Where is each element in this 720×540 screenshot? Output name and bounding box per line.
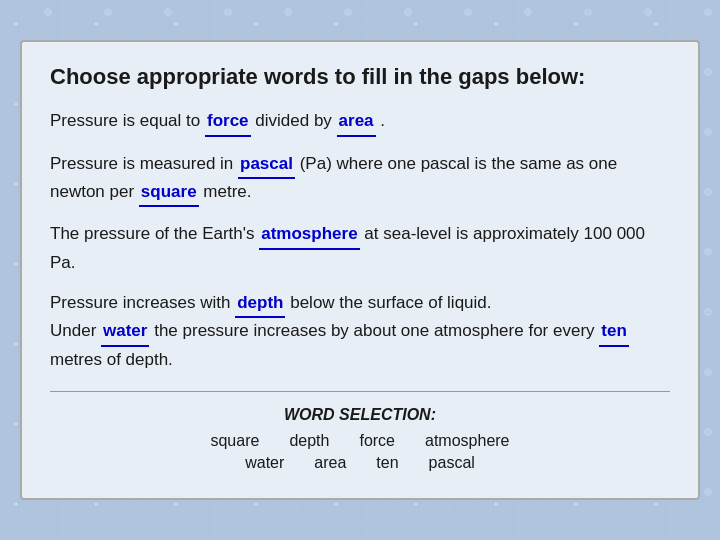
p4-line1-after: below the surface of liquid. xyxy=(290,293,491,312)
card-title: Choose appropriate words to fill in the … xyxy=(50,64,670,90)
word-row-2: water area ten pascal xyxy=(50,454,670,472)
paragraph-2: Pressure is measured in pascal (Pa) wher… xyxy=(50,151,670,208)
word-row-1: square depth force atmosphere xyxy=(50,432,670,450)
paragraph-4: Pressure increases with depth below the … xyxy=(50,290,670,373)
p1-word2: area xyxy=(337,108,376,136)
p2-word1: pascal xyxy=(238,151,295,179)
p1-text-before1: Pressure is equal to xyxy=(50,111,205,130)
p1-word1: force xyxy=(205,108,251,136)
p2-text-before1: Pressure is measured in xyxy=(50,154,238,173)
p4-line1-before1: Pressure increases with xyxy=(50,293,235,312)
paragraph-3: The pressure of the Earth's atmosphere a… xyxy=(50,221,670,276)
p3-text-before1: The pressure of the Earth's xyxy=(50,224,259,243)
word-selection-section: WORD SELECTION: square depth force atmos… xyxy=(50,391,670,472)
p4-line2-before1: Under xyxy=(50,321,101,340)
word-force: force xyxy=(359,432,395,450)
word-ten: ten xyxy=(376,454,398,472)
word-pascal: pascal xyxy=(429,454,475,472)
p3-word1: atmosphere xyxy=(259,221,359,249)
p4-word1: depth xyxy=(235,290,285,318)
word-depth: depth xyxy=(289,432,329,450)
p4-word3: ten xyxy=(599,318,629,346)
word-square: square xyxy=(210,432,259,450)
word-atmosphere: atmosphere xyxy=(425,432,510,450)
p4-word2: water xyxy=(101,318,149,346)
word-water: water xyxy=(245,454,284,472)
p4-line2-after: the pressure increases by about one atmo… xyxy=(154,321,599,340)
p2-text-after: metre. xyxy=(203,182,251,201)
p1-text-between: divided by xyxy=(255,111,336,130)
p1-text-after: . xyxy=(380,111,385,130)
paragraph-1: Pressure is equal to force divided by ar… xyxy=(50,108,670,136)
p2-word2: square xyxy=(139,179,199,207)
word-area: area xyxy=(314,454,346,472)
p4-line3-after: metres of depth. xyxy=(50,350,173,369)
main-card: Choose appropriate words to fill in the … xyxy=(20,40,700,500)
word-selection-title: WORD SELECTION: xyxy=(50,406,670,424)
